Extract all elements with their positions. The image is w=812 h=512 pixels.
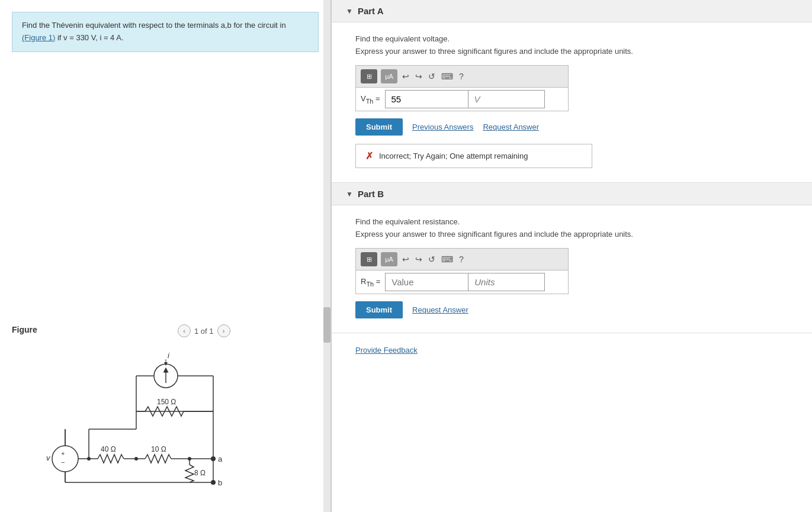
refresh-button-a[interactable]: ↺ <box>427 72 437 81</box>
part-a-submit-row: Submit Previous Answers Request Answer <box>355 118 788 136</box>
keyboard-button-a[interactable]: ⌨ <box>440 72 454 81</box>
feedback-text: Incorrect; Try Again; One attempt remain… <box>379 152 528 160</box>
part-b-collapse-icon[interactable]: ▼ <box>346 190 353 198</box>
svg-point-43 <box>211 480 216 485</box>
svg-text:i: i <box>168 351 170 360</box>
part-b-toolbar: ⊞ μA ↩ ↪ ↺ ⌨ ? <box>356 249 568 271</box>
svg-text:v: v <box>46 453 51 462</box>
part-b-content: Find the equivalent resistance. Express … <box>332 205 812 333</box>
svg-text:+: + <box>61 450 65 457</box>
undo-button-a[interactable]: ↩ <box>401 72 410 81</box>
right-panel: ▼ Part A Find the equivalent voltage. Ex… <box>332 0 812 512</box>
part-a-input-row: VTh = <box>356 88 568 111</box>
svg-text:b: b <box>218 478 222 487</box>
left-panel: Find the Thévenin equivalent with respec… <box>0 0 332 512</box>
mu-button-a[interactable]: μA <box>381 69 397 83</box>
part-b-submit-button[interactable]: Submit <box>355 301 403 318</box>
part-b-request-answer-button[interactable]: Request Answer <box>412 305 468 314</box>
incorrect-icon: ✗ <box>365 150 373 162</box>
svg-point-34 <box>134 457 138 461</box>
provide-feedback-link[interactable]: Provide Feedback <box>355 346 418 355</box>
part-b-units-input[interactable] <box>468 273 545 291</box>
part-a-input-container: ⊞ μA ↩ ↪ ↺ ⌨ ? VTh = <box>355 65 569 111</box>
part-a-header: ▼ Part A <box>332 0 812 22</box>
part-b-header: ▼ Part B <box>332 183 812 205</box>
part-b-label: Part B <box>358 189 384 199</box>
mu-button-b[interactable]: μA <box>381 252 397 266</box>
part-a-section: ▼ Part A Find the equivalent voltage. Ex… <box>332 0 812 183</box>
help-button-b[interactable]: ? <box>458 255 465 264</box>
part-a-toolbar: ⊞ μA ↩ ↪ ↺ ⌨ ? <box>356 66 568 88</box>
figure-nav: ‹ 1 of 1 › <box>178 324 230 337</box>
part-a-units-input[interactable] <box>468 90 545 108</box>
keyboard-button-b[interactable]: ⌨ <box>440 255 454 264</box>
part-a-description: Find the equivalent voltage. <box>355 34 788 43</box>
th-subscript: Th <box>366 97 374 104</box>
grid-button-a[interactable]: ⊞ <box>361 69 377 83</box>
part-b-description: Find the equivalent resistance. <box>355 217 788 226</box>
svg-text:−: − <box>61 459 65 466</box>
svg-text:10 Ω: 10 Ω <box>151 445 166 453</box>
problem-box: Find the Thévenin equivalent with respec… <box>12 12 319 52</box>
part-a-instruction: Express your answer to three significant… <box>355 47 788 56</box>
provide-feedback-section: Provide Feedback <box>332 333 812 366</box>
part-a-collapse-icon[interactable]: ▼ <box>346 7 353 15</box>
part-a-submit-button[interactable]: Submit <box>355 118 403 136</box>
scroll-thumb[interactable] <box>323 307 330 343</box>
part-b-instruction: Express your answer to three significant… <box>355 230 788 239</box>
prev-figure-button[interactable]: ‹ <box>178 324 191 337</box>
problem-text-after: if v = 330 V, i = 4 A. <box>57 33 124 42</box>
scrollbar[interactable] <box>323 0 330 512</box>
problem-text: Find the Thévenin equivalent with respec… <box>22 21 286 30</box>
circuit-diagram: i 150 Ω + − v <box>18 340 319 500</box>
grid-button-b[interactable]: ⊞ <box>361 252 377 266</box>
svg-text:150 Ω: 150 Ω <box>157 398 176 406</box>
rth-label: RTh = <box>361 277 380 288</box>
rth-subscript: Th <box>366 280 374 287</box>
undo-button-b[interactable]: ↩ <box>401 255 410 264</box>
vth-label: VTh = <box>361 94 380 105</box>
next-figure-button[interactable]: › <box>217 324 230 337</box>
part-b-submit-row: Submit Request Answer <box>355 301 788 318</box>
part-a-content: Find the equivalent voltage. Express you… <box>332 22 812 182</box>
part-b-value-input[interactable] <box>385 273 468 291</box>
figure-link[interactable]: (Figure 1) <box>22 33 55 42</box>
part-a-request-answer-button[interactable]: Request Answer <box>483 123 539 131</box>
part-a-previous-answers-button[interactable]: Previous Answers <box>412 123 473 131</box>
part-a-feedback-box: ✗ Incorrect; Try Again; One attempt rema… <box>355 144 592 168</box>
part-b-input-row: RTh = <box>356 271 568 294</box>
refresh-button-b[interactable]: ↺ <box>427 255 437 264</box>
part-b-input-container: ⊞ μA ↩ ↪ ↺ ⌨ ? RTh = <box>355 248 569 294</box>
figure-label: Figure <box>12 325 37 334</box>
svg-point-37 <box>211 456 216 461</box>
part-a-label: Part A <box>358 6 384 16</box>
figure-nav-text: 1 of 1 <box>194 327 214 336</box>
redo-button-a[interactable]: ↪ <box>414 72 423 81</box>
svg-text:40 Ω: 40 Ω <box>101 445 116 453</box>
part-b-section: ▼ Part B Find the equivalent resistance.… <box>332 183 812 333</box>
part-a-value-input[interactable] <box>385 90 468 108</box>
redo-button-b[interactable]: ↪ <box>414 255 423 264</box>
help-button-a[interactable]: ? <box>458 72 465 81</box>
svg-text:a: a <box>218 455 223 463</box>
svg-text:8 Ω: 8 Ω <box>194 469 206 477</box>
